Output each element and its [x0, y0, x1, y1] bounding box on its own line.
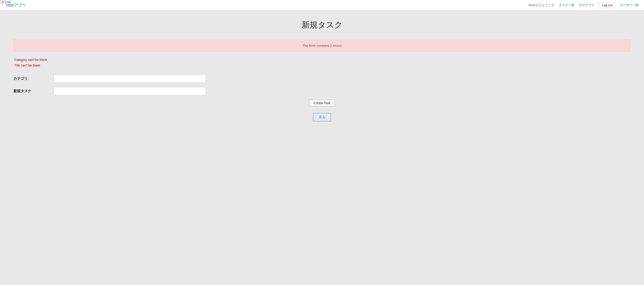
main-container: 新規タスク The form contains 2 errors Categor…	[0, 11, 644, 285]
error-list: Category can't be blank Title can't be b…	[14, 57, 630, 68]
page-title: 新規タスク	[14, 20, 630, 31]
logout-link[interactable]: ログアウト	[579, 3, 594, 7]
error-item: Title can't be blank	[14, 63, 630, 68]
task-row: 新規タスク	[14, 87, 630, 95]
task-input[interactable]	[54, 87, 206, 95]
logout-button[interactable]: Log out	[599, 2, 616, 8]
error-item: Category can't be blank	[14, 57, 630, 63]
error-banner: The form contains 2 errors	[14, 39, 630, 52]
navbar: Todoアプリ tarouさんようこそ タスク一覧 ログアウト Log out …	[0, 0, 644, 11]
welcome-text: tarouさんようこそ	[528, 3, 554, 7]
category-row: カテゴリ	[14, 75, 630, 83]
back-button-row: 戻る	[14, 113, 630, 121]
create-task-button[interactable]: Create Task	[309, 100, 335, 106]
form-container: カテゴリ 新規タスク Create Task 戻る	[14, 75, 630, 121]
category-input[interactable]	[54, 75, 206, 83]
back-button[interactable]: 戻る	[313, 113, 331, 121]
category-label: カテゴリ	[14, 76, 54, 81]
nav-right: tarouさんようこそ タスク一覧 ログアウト Log out ユーザー一覧	[528, 2, 639, 8]
task-label: 新規タスク	[14, 89, 54, 94]
user-list-link[interactable]: ユーザー一覧	[620, 3, 639, 7]
performance-badge: 17.1 ms	[0, 0, 12, 4]
create-button-row: Create Task	[14, 100, 630, 106]
task-list-link[interactable]: タスク一覧	[559, 3, 574, 7]
